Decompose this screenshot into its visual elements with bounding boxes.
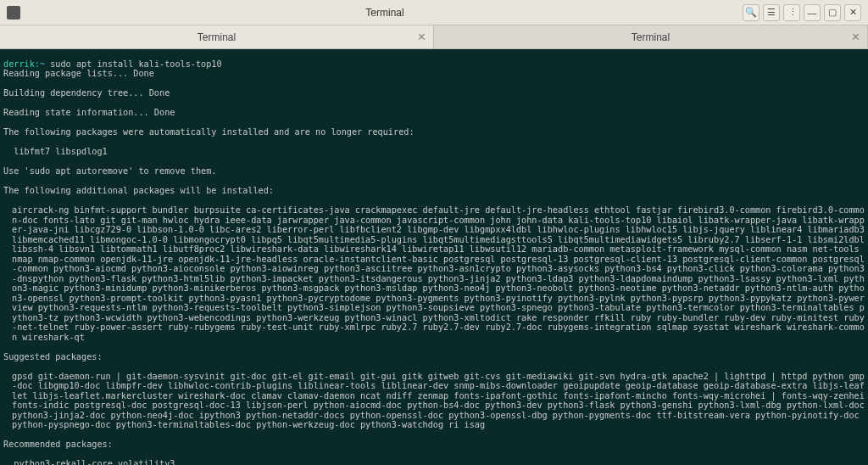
output-line: Use 'sudo apt autoremove' to remove them… (3, 166, 865, 176)
app-icon (7, 6, 20, 20)
search-icon: 🔍 (745, 7, 757, 18)
menu-icon: ☰ (767, 7, 776, 18)
menu-button[interactable]: ☰ (763, 4, 780, 21)
recommended-packages: python3-rekall-core volatility3 (3, 459, 865, 465)
maximize-icon: ▢ (828, 7, 837, 18)
tab-close-icon[interactable]: ✕ (851, 31, 860, 43)
tab-label: Terminal (198, 31, 236, 43)
minimize-icon: — (808, 8, 817, 18)
output-line: The following packages were automaticall… (3, 127, 865, 137)
output-line: Recommended packages: (3, 440, 865, 450)
maximize-button[interactable]: ▢ (824, 4, 841, 21)
package-list: aircrack-ng binfmt-support bundler burps… (3, 205, 865, 342)
window-title: Terminal (27, 7, 743, 19)
prompt-path: ~ (40, 59, 45, 69)
tab-label: Terminal (632, 31, 670, 43)
terminal-output[interactable]: derrik:~ sudo apt install kali-tools-top… (0, 49, 868, 465)
output-line: libfmt7 libspdlog1 (3, 147, 865, 157)
tab-bar: Terminal ✕ Terminal ✕ (0, 25, 868, 49)
search-button[interactable]: 🔍 (743, 4, 760, 21)
more-button[interactable]: ⋮ (783, 4, 800, 21)
output-line: Suggested packages: (3, 352, 865, 362)
tab-terminal-2[interactable]: Terminal ✕ (434, 25, 868, 48)
output-line: Building dependency tree... Done (3, 88, 865, 98)
prompt-user: derrik: (3, 59, 40, 69)
output-line: The following additional packages will b… (3, 186, 865, 196)
more-icon: ⋮ (788, 7, 796, 18)
window-titlebar: Terminal 🔍 ☰ ⋮ — ▢ ✕ (0, 0, 868, 25)
output-line: Reading package lists... Done (3, 69, 865, 79)
close-window-button[interactable]: ✕ (844, 4, 861, 21)
suggested-packages: gpsd git-daemon-run | git-daemon-sysvini… (3, 372, 865, 430)
close-icon: ✕ (849, 7, 857, 18)
tab-close-icon[interactable]: ✕ (417, 31, 426, 43)
output-line: Reading state information... Done (3, 108, 865, 118)
command-text: sudo apt install kali-tools-top10 (50, 59, 221, 69)
tab-terminal-1[interactable]: Terminal ✕ (0, 25, 434, 48)
minimize-button[interactable]: — (804, 4, 821, 21)
